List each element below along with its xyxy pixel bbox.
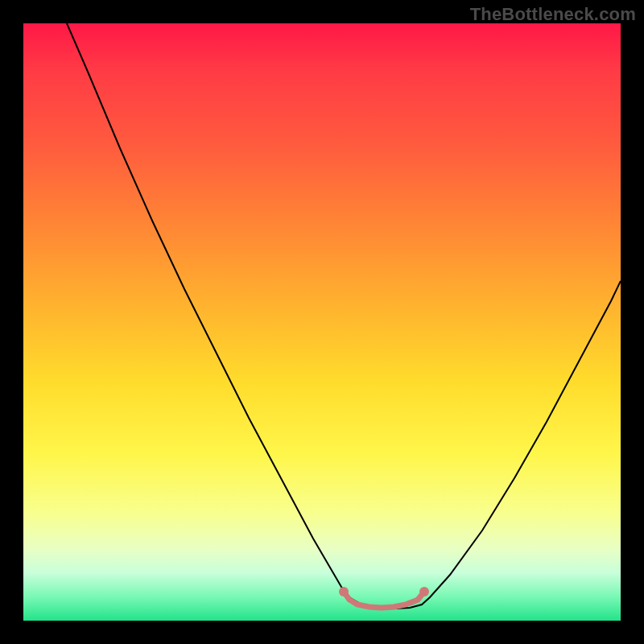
plot-area — [23, 23, 621, 621]
chart-frame: TheBottleneck.com — [0, 0, 644, 644]
curve-svg — [23, 23, 621, 621]
flat-endpoint-left — [339, 587, 349, 597]
bottleneck-curve — [67, 23, 621, 609]
flat-segment — [344, 592, 424, 608]
watermark-text: TheBottleneck.com — [470, 4, 636, 25]
flat-endpoint-right — [419, 587, 429, 597]
